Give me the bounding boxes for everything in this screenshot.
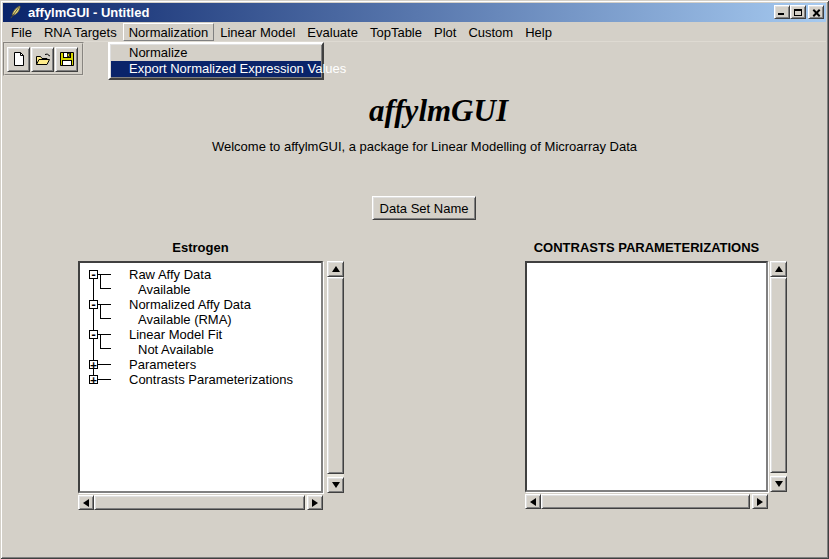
right-vertical-scrollbar[interactable] [770,261,787,492]
tree-item-linear-model-fit[interactable]: - Linear Model Fit [80,327,321,342]
scroll-up-button[interactable] [770,261,787,277]
toolbar [3,42,84,76]
close-button[interactable] [808,5,824,19]
menu-custom[interactable]: Custom [462,23,519,41]
menu-rna-targets[interactable]: RNA Targets [38,23,123,41]
scroll-thumb[interactable] [327,277,344,474]
dataset-tree-listbox[interactable]: - Raw Affy Data Available - Normalized A… [78,261,323,493]
expand-icon[interactable]: + [89,360,98,369]
menu-item-normalize[interactable]: Normalize [111,45,321,61]
scroll-track[interactable] [541,494,752,509]
scroll-right-button[interactable] [752,494,768,509]
scroll-down-button[interactable] [327,477,344,493]
collapse-icon[interactable]: - [89,330,98,339]
arrow-down-icon [332,482,340,488]
maximize-icon [794,9,802,16]
menu-item-export-normalized[interactable]: Export Normalized Expression Values [111,61,321,77]
menu-linear-model[interactable]: Linear Model [214,23,301,41]
contrasts-listbox[interactable] [525,261,768,492]
window-title: affylmGUI - Untitled [28,5,149,20]
menu-file[interactable]: File [5,23,38,41]
arrow-right-icon [757,498,763,506]
normalization-dropdown: Normalize Export Normalized Expression V… [108,42,324,80]
left-horizontal-scrollbar[interactable] [78,495,323,510]
menu-help[interactable]: Help [519,23,558,41]
tree-item-raw-status[interactable]: Available [80,282,321,297]
minimize-button[interactable] [774,5,790,19]
tree-item-contrasts-parameterizations[interactable]: + Contrasts Parameterizations [80,372,321,387]
window-controls [774,5,824,19]
save-icon [59,51,75,67]
scroll-down-button[interactable] [770,476,787,492]
maximize-button[interactable] [790,5,806,19]
right-panel-title: CONTRASTS PARAMETERIZATIONS [525,240,768,255]
open-file-button[interactable] [31,47,54,72]
app-window: affylmGUI - Untitled File RNA Targets No… [0,0,829,559]
expand-icon[interactable]: + [89,375,98,384]
new-document-icon [11,51,27,67]
menu-toptable[interactable]: TopTable [364,23,428,41]
collapse-icon[interactable]: - [89,300,98,309]
data-set-name-button[interactable]: Data Set Name [372,196,476,220]
collapse-icon[interactable]: - [89,270,98,279]
menu-normalization[interactable]: Normalization [123,23,214,41]
scroll-track[interactable] [327,277,344,477]
scroll-thumb[interactable] [770,277,787,473]
scroll-track[interactable] [94,495,307,510]
scroll-thumb[interactable] [94,495,305,510]
menu-bar: File RNA Targets Normalization Linear Mo… [3,22,826,42]
minimize-icon [778,13,784,15]
tree-item-normalized-affy-data[interactable]: - Normalized Affy Data [80,297,321,312]
left-panel-title: Estrogen [78,240,323,255]
left-vertical-scrollbar[interactable] [327,261,344,493]
tree-item-parameters[interactable]: + Parameters [80,357,321,372]
menu-evaluate[interactable]: Evaluate [301,23,364,41]
save-file-button[interactable] [55,47,78,72]
arrow-up-icon [775,266,783,272]
arrow-down-icon [775,481,783,487]
new-file-button[interactable] [7,47,30,72]
scroll-left-button[interactable] [78,495,94,510]
tree-item-normalized-status[interactable]: Available (RMA) [80,312,321,327]
open-folder-icon [35,51,51,67]
arrow-up-icon [332,266,340,272]
scroll-track[interactable] [770,277,787,476]
scroll-thumb[interactable] [541,494,750,509]
welcome-text: Welcome to affylmGUI, a package for Line… [0,139,829,154]
arrow-left-icon [83,499,89,507]
arrow-right-icon [312,499,318,507]
scroll-up-button[interactable] [327,261,344,277]
feather-icon [8,5,23,20]
arrow-left-icon [530,498,536,506]
tree-item-raw-affy-data[interactable]: - Raw Affy Data [80,267,321,282]
tree-item-linear-model-status[interactable]: Not Available [80,342,321,357]
app-heading: affylmGUI [0,93,829,129]
menu-plot[interactable]: Plot [428,23,462,41]
scroll-left-button[interactable] [525,494,541,509]
right-horizontal-scrollbar[interactable] [525,494,768,509]
title-bar[interactable]: affylmGUI - Untitled [3,3,826,22]
dataset-tree: - Raw Affy Data Available - Normalized A… [80,263,321,491]
scroll-right-button[interactable] [307,495,323,510]
